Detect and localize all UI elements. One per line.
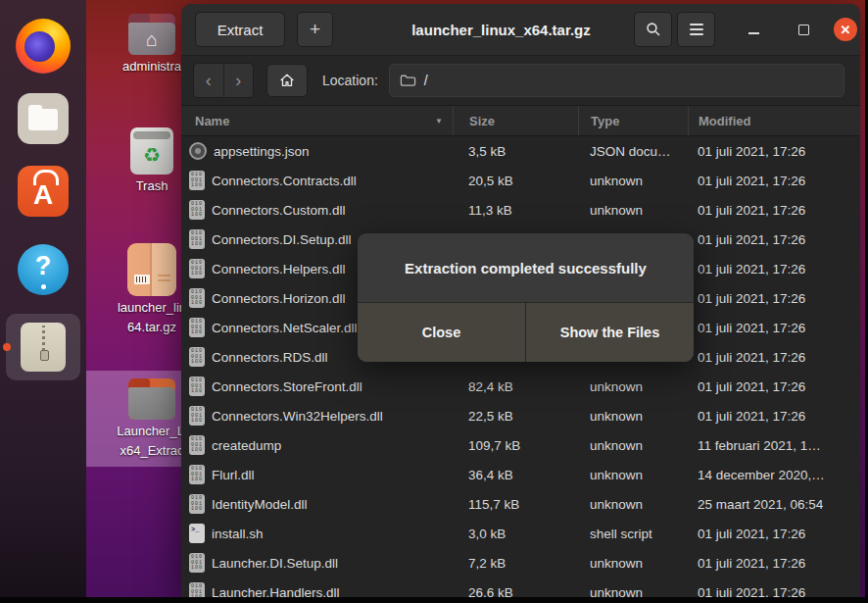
file-name: Connectors.Win32Helpers.dll [212, 409, 383, 424]
archive-manager-icon [21, 323, 66, 372]
file-type: unknown [578, 585, 688, 599]
file-type: unknown [578, 409, 688, 424]
table-row[interactable]: 010001100IdentityModel.dll115,7 kBunknow… [181, 489, 860, 519]
file-modified: 01 juli 2021, 17:26 [688, 379, 860, 394]
file-modified: 14 december 2020,… [688, 468, 860, 482]
file-type: unknown [578, 556, 688, 571]
dock-item-ubuntu-software[interactable] [0, 166, 86, 217]
file-name: Connectors.Helpers.dll [212, 262, 346, 276]
desktop-icon-label: 64.tar.gz [127, 319, 176, 335]
dock-item-files[interactable] [0, 93, 86, 144]
file-type: unknown [578, 497, 688, 512]
menu-button[interactable] [677, 12, 715, 47]
home-button[interactable] [266, 64, 308, 97]
minimize-button[interactable] [742, 18, 765, 41]
titlebar: Extract + launcher_linux_x64.tar.gz ✕ [181, 4, 860, 56]
file-modified: 01 juli 2021, 17:26 [688, 174, 860, 188]
binary-file-icon: 010001100 [189, 582, 205, 598]
table-row[interactable]: 010001100Connectors.Custom.dll11,3 kBunk… [181, 195, 860, 225]
file-modified: 01 juli 2021, 17:26 [688, 262, 860, 276]
binary-file-icon: 010001100 [189, 318, 205, 337]
file-name: Connectors.NetScaler.dll [212, 321, 358, 335]
binary-file-icon: 010001100 [189, 435, 205, 455]
file-type: unknown [578, 203, 688, 218]
close-button[interactable]: ✕ [834, 18, 857, 41]
home-icon: ⌂ [146, 29, 158, 49]
window-title: launcher_linux_x64.tar.gz [338, 4, 664, 55]
file-name: Connectors.DI.Setup.dll [212, 232, 352, 247]
column-size[interactable]: Size [453, 106, 578, 135]
binary-file-icon: 010001100 [189, 347, 205, 367]
forward-button[interactable]: › [223, 64, 254, 97]
file-modified: 25 maart 2021, 06:54 [688, 497, 860, 512]
file-modified: 11 februari 2021, 1… [688, 438, 860, 453]
file-type: unknown [578, 468, 688, 482]
close-icon: ✕ [841, 23, 851, 37]
file-type: JSON docu… [578, 144, 688, 159]
file-name: Launcher.DI.Setup.dll [212, 556, 338, 571]
folder-icon [400, 74, 416, 87]
location-input[interactable]: / [389, 64, 844, 97]
extraction-complete-dialog: Extraction completed successfully Close … [358, 233, 694, 362]
file-type: unknown [578, 379, 688, 394]
table-row[interactable]: 010001100Flurl.dll36,4 kBunknown14 decem… [181, 460, 860, 489]
file-modified: 01 juli 2021, 17:26 [688, 585, 860, 599]
file-name: install.sh [212, 527, 264, 541]
dock-item-archive-manager[interactable] [0, 314, 86, 380]
table-row[interactable]: appsettings.json3,5 kBJSON docu…01 juli … [181, 136, 860, 166]
column-modified[interactable]: Modified [688, 106, 860, 135]
trash-icon: ♻ [130, 127, 173, 175]
dialog-message: Extraction completed successfully [358, 233, 694, 302]
home-icon [278, 72, 296, 89]
show-the-files-button[interactable]: Show the Files [525, 303, 694, 362]
desktop-icon-label: launcher_lin [118, 299, 186, 316]
column-type[interactable]: Type [578, 106, 688, 135]
binary-file-icon: 010001100 [189, 494, 205, 514]
table-row[interactable]: >_install.sh3,0 kBshell script01 juli 20… [181, 519, 860, 548]
table-row[interactable]: 010001100Connectors.Contracts.dll20,5 kB… [181, 166, 860, 195]
binary-file-icon: 010001100 [189, 171, 205, 190]
file-modified: 01 juli 2021, 17:26 [688, 350, 860, 365]
nav-buttons: ‹ › [193, 63, 254, 98]
file-type: unknown [578, 174, 688, 188]
add-files-button[interactable]: + [297, 12, 333, 47]
barcode [134, 275, 150, 284]
column-name[interactable]: Name ▼ [181, 106, 453, 135]
dock-item-firefox[interactable] [0, 19, 86, 74]
file-modified: 01 juli 2021, 17:26 [688, 232, 860, 247]
file-size: 109,7 kB [453, 438, 578, 453]
back-button[interactable]: ‹ [194, 64, 223, 97]
dock-item-help[interactable] [0, 244, 86, 295]
hamburger-icon [690, 24, 703, 25]
table-row[interactable]: 010001100Launcher.DI.Setup.dll7,2 kBunkn… [181, 548, 860, 578]
file-modified: 01 juli 2021, 17:26 [688, 409, 860, 424]
file-size: 3,0 kB [453, 527, 578, 541]
minimize-icon [748, 32, 759, 34]
help-icon [18, 244, 69, 295]
table-row[interactable]: 010001100createdump109,7 kBunknown11 feb… [181, 430, 860, 460]
column-header: Name ▼ Size Type Modified [181, 106, 860, 136]
file-size: 36,4 kB [453, 468, 578, 482]
toolbar: ‹ › Location: / [181, 56, 860, 106]
extracted-folder-icon [128, 378, 175, 420]
dialog-buttons: Close Show the Files [358, 302, 694, 362]
search-button[interactable] [634, 12, 672, 47]
file-name: Connectors.Contracts.dll [212, 174, 357, 188]
file-name: Connectors.StoreFront.dll [212, 379, 362, 394]
file-name: IdentityModel.dll [212, 497, 308, 512]
extract-button[interactable]: Extract [195, 12, 285, 47]
file-size: 20,5 kB [453, 174, 578, 188]
binary-file-icon: 010001100 [189, 259, 205, 278]
close-dialog-button[interactable]: Close [358, 303, 525, 362]
table-row[interactable]: 010001100Connectors.StoreFront.dll82,4 k… [181, 372, 860, 401]
json-file-icon [189, 142, 207, 160]
archive-package-icon [127, 243, 176, 296]
file-size: 7,2 kB [453, 556, 578, 571]
dock [0, 0, 86, 597]
desktop-icons: ⌂administra♻Trashlauncher_lin64.tar.gzLa… [86, 0, 181, 597]
file-name: Launcher.Handlers.dll [212, 585, 340, 599]
binary-file-icon: 010001100 [189, 377, 205, 396]
table-row[interactable]: 010001100Connectors.Win32Helpers.dll22,5… [181, 401, 860, 430]
maximize-button[interactable] [792, 18, 815, 41]
table-row[interactable]: 010001100Launcher.Handlers.dll26,6 kBunk… [181, 578, 860, 598]
